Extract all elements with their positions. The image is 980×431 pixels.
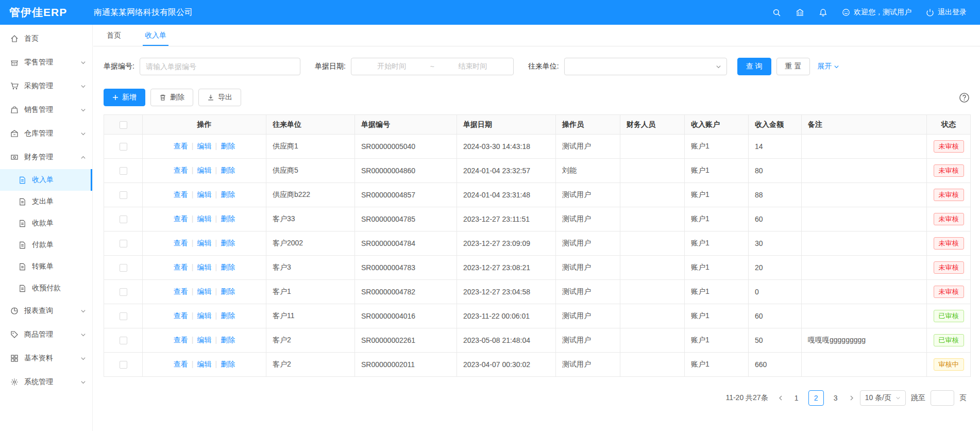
view-link[interactable]: 查看: [174, 360, 188, 368]
action-separator: |: [215, 142, 217, 150]
row-checkbox[interactable]: [120, 167, 127, 175]
view-link[interactable]: 查看: [174, 166, 188, 174]
sidebar-item-transfer-bill[interactable]: 转账单: [0, 256, 92, 277]
cell-operator: 测试用户: [556, 183, 620, 207]
prev-page-button[interactable]: [776, 395, 785, 401]
tab-home[interactable]: 首页: [105, 26, 123, 46]
delete-link[interactable]: 删除: [221, 336, 235, 344]
edit-link[interactable]: 编辑: [197, 336, 212, 344]
bell-icon[interactable]: [819, 8, 827, 17]
status-badge: 未审核: [934, 164, 964, 177]
sidebar-item-system[interactable]: 系统管理: [0, 370, 92, 394]
delete-button[interactable]: 删除: [150, 89, 193, 106]
edit-link[interactable]: 编辑: [197, 190, 212, 198]
action-separator: |: [192, 214, 194, 223]
delete-link[interactable]: 删除: [221, 287, 235, 295]
row-checkbox[interactable]: [120, 361, 127, 369]
bill-no-label: 单据编号:: [104, 62, 134, 71]
status-badge: 未审核: [934, 261, 964, 274]
add-button[interactable]: 新增: [104, 89, 145, 106]
jump-page-input[interactable]: [931, 390, 954, 406]
sidebar-item-basic-data[interactable]: 基本资料: [0, 346, 92, 370]
sidebar-item-sales[interactable]: 销售管理: [0, 98, 92, 122]
sidebar-item-income-bill[interactable]: 收入单: [0, 169, 92, 191]
row-checkbox[interactable]: [120, 264, 127, 272]
row-checkbox[interactable]: [120, 143, 127, 151]
expand-link[interactable]: 展开: [817, 62, 839, 71]
page-button-2[interactable]: 2: [808, 390, 824, 406]
delete-link[interactable]: 删除: [221, 166, 235, 174]
sidebar-item-report[interactable]: 报表查询: [0, 299, 92, 323]
delete-link[interactable]: 删除: [221, 263, 235, 271]
row-checkbox[interactable]: [120, 288, 127, 296]
sidebar-item-payment-bill[interactable]: 付款单: [0, 234, 92, 256]
next-page-button[interactable]: [848, 395, 856, 401]
cell-checkbox: [104, 159, 143, 183]
cell-income-amount: 660: [749, 353, 802, 377]
view-link[interactable]: 查看: [174, 336, 188, 344]
view-link[interactable]: 查看: [174, 239, 188, 247]
row-checkbox[interactable]: [120, 312, 127, 320]
edit-link[interactable]: 编辑: [197, 287, 212, 295]
view-link[interactable]: 查看: [174, 263, 188, 271]
select-all-checkbox[interactable]: [120, 121, 127, 129]
row-checkbox[interactable]: [120, 240, 127, 247]
search-icon[interactable]: [772, 8, 781, 17]
delete-link[interactable]: 删除: [221, 190, 235, 198]
delete-link[interactable]: 删除: [221, 214, 235, 223]
search-button[interactable]: 查 询: [737, 58, 771, 75]
cell-actions: 查看|编辑|删除: [143, 135, 266, 159]
delete-link[interactable]: 删除: [221, 360, 235, 368]
column-header-partner: 往来单位: [266, 115, 355, 135]
sidebar-item-home[interactable]: 首页: [0, 27, 92, 51]
cell-operator: 测试用户: [556, 328, 620, 353]
row-checkbox[interactable]: [120, 191, 127, 199]
date-range-input[interactable]: 开始时间 ~ 结束时间: [351, 58, 514, 75]
edit-link[interactable]: 编辑: [197, 263, 212, 271]
edit-link[interactable]: 编辑: [197, 360, 212, 368]
sidebar-item-purchase[interactable]: 采购管理: [0, 74, 92, 98]
view-link[interactable]: 查看: [174, 142, 188, 150]
cell-actions: 查看|编辑|删除: [143, 231, 266, 256]
bill-no-input[interactable]: [140, 58, 300, 75]
export-button[interactable]: 导出: [198, 89, 241, 106]
cell-remark: [802, 256, 927, 280]
page-button-3[interactable]: 3: [828, 390, 843, 406]
sidebar-item-warehouse[interactable]: 仓库管理: [0, 122, 92, 145]
view-link[interactable]: 查看: [174, 214, 188, 223]
view-link[interactable]: 查看: [174, 287, 188, 295]
chevron-down-icon: [895, 395, 901, 401]
sidebar-item-finance[interactable]: 财务管理: [0, 145, 92, 169]
chevron-down-icon: [80, 308, 86, 314]
view-link[interactable]: 查看: [174, 190, 188, 198]
delete-link[interactable]: 删除: [221, 239, 235, 247]
row-checkbox[interactable]: [120, 337, 127, 344]
edit-link[interactable]: 编辑: [197, 311, 212, 320]
partner-label: 往来单位:: [528, 62, 559, 71]
logout-button[interactable]: 退出登录: [926, 8, 967, 17]
view-link[interactable]: 查看: [174, 311, 188, 320]
edit-link[interactable]: 编辑: [197, 166, 212, 174]
edit-link[interactable]: 编辑: [197, 239, 212, 247]
sidebar-item-goods[interactable]: 商品管理: [0, 323, 92, 346]
user-welcome[interactable]: 欢迎您，测试用户: [842, 8, 911, 17]
page-size-select[interactable]: 10 条/页: [860, 390, 906, 406]
sidebar-item-advance-receipt[interactable]: 收预付款: [0, 277, 92, 299]
reset-button[interactable]: 重 置: [776, 58, 810, 75]
sidebar-item-receipt-bill[interactable]: 收款单: [0, 212, 92, 234]
delete-link[interactable]: 删除: [221, 142, 235, 150]
sidebar-item-expense-bill[interactable]: 支出单: [0, 191, 92, 212]
delete-link[interactable]: 删除: [221, 311, 235, 320]
sidebar-item-retail[interactable]: 零售管理: [0, 51, 92, 74]
tab-income-bill[interactable]: 收入单: [143, 26, 168, 46]
cell-actions: 查看|编辑|删除: [143, 183, 266, 207]
partner-select[interactable]: [564, 58, 727, 75]
logout-label: 退出登录: [938, 8, 967, 17]
help-icon[interactable]: [959, 92, 970, 103]
home-icon[interactable]: [796, 8, 804, 17]
edit-link[interactable]: 编辑: [197, 142, 212, 150]
edit-link[interactable]: 编辑: [197, 214, 212, 223]
cell-partner: 客户11: [266, 304, 355, 328]
row-checkbox[interactable]: [120, 216, 127, 223]
page-button-1[interactable]: 1: [789, 390, 804, 406]
